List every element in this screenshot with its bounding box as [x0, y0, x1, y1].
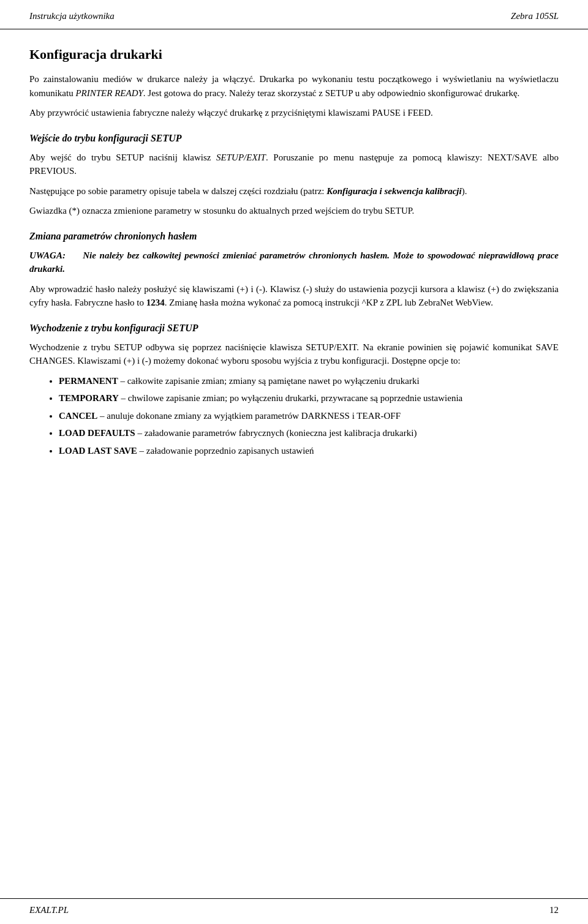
- bullet2-bold: TEMPORARY: [59, 393, 119, 403]
- bullet4-rest: – załadowanie parametrów fabrycznych (ko…: [135, 428, 417, 438]
- printer-ready-text: PRINTER READY: [75, 88, 143, 98]
- subsection3-p1: Wychodzenie z trybu SETUP odbywa się pop…: [29, 340, 559, 368]
- haslo-bold: 1234: [146, 298, 165, 307]
- bullet3-bold: CANCEL: [59, 411, 97, 421]
- header-right: Zebra 105SL: [511, 11, 559, 21]
- bullet5-rest: – załadowanie poprzednio zapisanych usta…: [137, 446, 314, 456]
- sub1-p1-start: Aby wejść do trybu SETUP naciśnij klawis…: [29, 152, 216, 162]
- haslo-text-rest: . Zmianę hasła można wykonać za pomocą i…: [165, 298, 493, 307]
- intro-paragraph: Po zainstalowaniu mediów w drukarce nale…: [29, 72, 559, 100]
- warning-label: UWAGA:: [29, 250, 83, 260]
- intro-p1-rest: . Jest gotowa do pracy. Należy teraz sko…: [143, 88, 520, 98]
- list-item: LOAD LAST SAVE – załadowanie poprzednio …: [59, 444, 559, 458]
- subsection1-p1: Aby wejść do trybu SETUP naciśnij klawis…: [29, 151, 559, 178]
- page-container: Instrukcja użytkownika Zebra 105SL Konfi…: [0, 0, 588, 924]
- subsection3-heading-text: Wychodzenie z trybu konfiguracji SETUP: [29, 323, 198, 333]
- page-footer: EXALT.PL 12: [0, 898, 588, 924]
- sub1-p2-start: Następujące po sobie parametry opisuje t…: [29, 186, 326, 196]
- pause-feed-paragraph: Aby przywrócić ustawienia fabryczne nale…: [29, 106, 559, 120]
- gwiazdka-text: Gwiazdka (*) oznacza zmienione parametry…: [29, 206, 414, 216]
- page-header: Instrukcja użytkownika Zebra 105SL: [0, 0, 588, 29]
- bullet3-rest: – anuluje dokonane zmiany za wyjątkiem p…: [97, 411, 401, 421]
- subsection1-heading-text: Wejście do trybu konfiguracji SETUP: [29, 133, 182, 143]
- list-item: TEMPORARY – chwilowe zapisanie zmian; po…: [59, 391, 559, 405]
- bullet4-bold: LOAD DEFAULTS: [59, 428, 135, 438]
- pause-feed-text: Aby przywrócić ustawienia fabryczne nale…: [29, 108, 433, 118]
- subsection1-p2: Następujące po sobie parametry opisuje t…: [29, 184, 559, 198]
- subsection1-p3: Gwiazdka (*) oznacza zmienione parametry…: [29, 204, 559, 218]
- options-list: PERMANENT – całkowite zapisanie zmian; z…: [59, 374, 559, 458]
- subsection2-heading: Zmiana parametrów chronionych hasłem: [29, 229, 559, 244]
- konfiguracja-kalibracji-text: Konfiguracja i sekwencja kalibracji: [326, 186, 461, 196]
- main-content: Konfiguracja drukarki Po zainstalowaniu …: [0, 29, 588, 510]
- subsection3-heading: Wychodzenie z trybu konfiguracji SETUP: [29, 321, 559, 336]
- bullet2-rest: – chwilowe zapisanie zmian; po wyłączeni…: [119, 393, 462, 403]
- subsection2-heading-text: Zmiana parametrów chronionych hasłem: [29, 231, 197, 241]
- section-title: Konfiguracja drukarki: [29, 47, 559, 62]
- haslo-paragraph: Aby wprowadzić hasło należy posłużyć się…: [29, 282, 559, 310]
- bullet1-bold: PERMANENT: [59, 376, 118, 386]
- header-left: Instrukcja użytkownika: [29, 11, 115, 21]
- footer-right: 12: [549, 905, 559, 915]
- warning-text1: Nie należy bez całkowitej pewności zmien…: [83, 250, 393, 260]
- sub3-p1-text: Wychodzenie z trybu SETUP odbywa się pop…: [29, 342, 559, 366]
- footer-left: EXALT.PL: [29, 905, 69, 915]
- list-item: CANCEL – anuluje dokonane zmiany za wyją…: [59, 409, 559, 423]
- list-item: LOAD DEFAULTS – załadowanie parametrów f…: [59, 426, 559, 440]
- subsection1-heading: Wejście do trybu konfiguracji SETUP: [29, 131, 559, 146]
- warning-paragraph: UWAGA: Nie należy bez całkowitej pewnośc…: [29, 249, 559, 276]
- list-item: PERMANENT – całkowite zapisanie zmian; z…: [59, 374, 559, 388]
- bullet5-bold: LOAD LAST SAVE: [59, 446, 137, 456]
- sub1-p2-end: ).: [462, 186, 467, 196]
- setup-exit-text: SETUP/EXIT: [216, 152, 266, 162]
- bullet1-rest: – całkowite zapisanie zmian; zmiany są p…: [118, 376, 420, 386]
